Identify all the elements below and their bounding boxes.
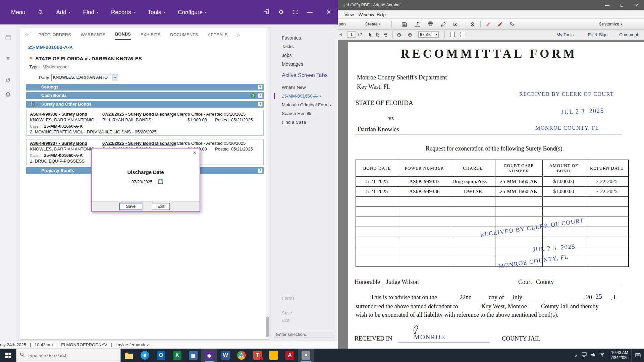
collapse-arrow-icon[interactable]: ▼ bbox=[32, 102, 36, 106]
app-icon-badged[interactable]: T bbox=[250, 349, 266, 362]
screen-tab-whats-new[interactable]: What's New bbox=[282, 85, 306, 90]
monitor-icon[interactable] bbox=[582, 352, 587, 358]
screen-tab-case[interactable]: 25-MM-001660-A-K bbox=[282, 94, 322, 99]
history-icon[interactable]: ↺ bbox=[0, 76, 16, 84]
tools-menu[interactable]: Tools▾ bbox=[148, 9, 165, 16]
scrollbar-thumb[interactable] bbox=[266, 316, 269, 337]
edge-icon[interactable]: e bbox=[137, 349, 153, 362]
word-icon[interactable]: W bbox=[217, 349, 233, 362]
email-icon[interactable]: ✉ bbox=[453, 21, 458, 28]
favorite-tab-icon[interactable]: ☆+ bbox=[24, 32, 29, 38]
screen-tab-search-results[interactable]: Search Results bbox=[282, 111, 313, 116]
tab-bonds[interactable]: BONDS bbox=[115, 29, 131, 40]
expand-plus-icon[interactable]: + bbox=[258, 85, 263, 89]
menu-view[interactable]: View bbox=[344, 12, 354, 17]
bond-record-1[interactable]: AS6K-999338 - Surety Bond 07/23/2025 - S… bbox=[26, 110, 264, 136]
calendar-icon[interactable] bbox=[158, 179, 163, 185]
menu-window[interactable]: Window bbox=[359, 12, 374, 17]
bond-discharge-link[interactable]: 07/23/2025 - Surety Bond Discharge bbox=[102, 112, 176, 117]
add-menu[interactable]: Add▾ bbox=[56, 9, 70, 16]
tab-warrants[interactable]: WARRANTS bbox=[80, 30, 106, 40]
expand-plus-icon[interactable]: + bbox=[258, 102, 263, 107]
case-app-icon[interactable]: ◈ bbox=[201, 349, 217, 362]
highlighter-icon[interactable] bbox=[485, 21, 491, 27]
section-cash-bonds[interactable]: Cash Bonds $ + bbox=[26, 92, 264, 99]
configure-menu[interactable]: Configure▾ bbox=[178, 9, 207, 16]
gear-icon[interactable]: ⚙ bbox=[279, 9, 284, 15]
pen-icon[interactable] bbox=[497, 21, 503, 27]
menu-edit-truncated[interactable]: t bbox=[340, 12, 342, 17]
screen-tab-maintain-criminal-forms[interactable]: Maintain Criminal Forms bbox=[282, 102, 331, 107]
gear-icon[interactable]: ⚙ bbox=[470, 21, 475, 28]
exit-button[interactable]: Exit bbox=[152, 203, 170, 210]
tab-prot-orders[interactable]: PROT. ORDERS bbox=[38, 30, 71, 40]
close-icon[interactable]: ✕ bbox=[629, 0, 644, 10]
section-surety-bonds[interactable]: ▼ Surety and Other Bonds + bbox=[26, 101, 264, 108]
close-icon[interactable]: ✕ bbox=[193, 150, 197, 156]
notifications-bell-icon[interactable] bbox=[0, 92, 16, 99]
fill-sign-icon[interactable] bbox=[509, 21, 515, 27]
fit-width-icon[interactable] bbox=[461, 32, 465, 37]
volume-icon[interactable] bbox=[591, 352, 596, 358]
notes-icon[interactable]: ▤ bbox=[0, 33, 16, 41]
fit-page-icon[interactable] bbox=[450, 32, 455, 37]
link-jobs[interactable]: Jobs bbox=[282, 53, 292, 58]
sticky-notes-icon[interactable] bbox=[266, 349, 282, 362]
scrollbar[interactable] bbox=[266, 27, 269, 339]
open-button[interactable]: pen bbox=[338, 21, 346, 26]
expand-plus-icon[interactable]: + bbox=[258, 168, 263, 173]
expand-plus-icon[interactable]: + bbox=[258, 93, 263, 98]
zoom-in-icon[interactable]: ⊕ bbox=[408, 32, 412, 38]
save-icon[interactable] bbox=[401, 21, 407, 27]
network-icon[interactable] bbox=[600, 352, 605, 358]
taskbar-search-input[interactable] bbox=[28, 353, 111, 358]
reports-menu[interactable]: Reports▾ bbox=[111, 9, 135, 16]
customize-button[interactable]: Customize▾ bbox=[599, 21, 622, 26]
excel-icon[interactable]: X bbox=[169, 349, 185, 362]
case-number-link[interactable]: 25-MM-001660-A-K bbox=[28, 44, 73, 50]
select-tool-icon[interactable] bbox=[368, 32, 373, 37]
document-app-icon[interactable]: ≡ bbox=[298, 349, 314, 362]
share-icon[interactable] bbox=[415, 21, 421, 27]
action-center-icon[interactable] bbox=[631, 349, 644, 362]
minimize-icon[interactable]: — bbox=[600, 0, 614, 10]
tab-documents[interactable]: DOCUMENTS bbox=[170, 30, 198, 40]
fullscreen-icon[interactable] bbox=[293, 9, 298, 15]
find-menu[interactable]: Find▾ bbox=[83, 9, 98, 16]
outlook-icon[interactable]: O bbox=[153, 349, 169, 362]
chrome-icon[interactable] bbox=[233, 349, 250, 362]
create-button[interactable]: Create▾ bbox=[365, 21, 381, 26]
tray-expand-icon[interactable]: ∧ bbox=[575, 353, 578, 358]
discharge-date-input[interactable] bbox=[130, 179, 156, 185]
sign-icon[interactable] bbox=[440, 21, 446, 27]
favorites-heart-icon[interactable]: ♥ bbox=[0, 55, 16, 62]
tab-exhibits[interactable]: EXHIBITS bbox=[140, 30, 161, 40]
section-settings[interactable]: Settings + bbox=[26, 84, 264, 90]
maximize-icon[interactable]: □ bbox=[614, 0, 629, 10]
party-select[interactable]: KNOWLES, DARRIAN ANTO ▼ bbox=[51, 74, 118, 81]
hand-tool-icon[interactable] bbox=[383, 32, 388, 37]
acrobat-icon[interactable]: A bbox=[282, 349, 298, 362]
taskbar-clock[interactable]: 10:43 AM 7/24/2025 bbox=[608, 350, 631, 360]
screen-tab-find-a-case[interactable]: Find a Case bbox=[282, 120, 306, 125]
bond-id-link[interactable]: AS6K-999338 - Surety Bond bbox=[30, 112, 87, 117]
zoom-out-icon[interactable]: ⊖ bbox=[397, 32, 401, 38]
close-icon[interactable]: ✕ bbox=[326, 9, 331, 15]
menu-help[interactable]: Help bbox=[377, 12, 386, 17]
link-tasks[interactable]: Tasks bbox=[282, 44, 294, 49]
print-icon[interactable] bbox=[428, 21, 433, 26]
selection-input[interactable] bbox=[274, 331, 334, 338]
comment-button[interactable]: Comment bbox=[619, 32, 638, 37]
search-icon[interactable] bbox=[38, 10, 44, 15]
link-favorites[interactable]: Favorites bbox=[282, 35, 301, 41]
tab-appeals[interactable]: APPEALS bbox=[208, 30, 228, 40]
start-button[interactable] bbox=[0, 349, 16, 362]
my-tools-button[interactable]: My Tools bbox=[556, 32, 574, 37]
minimize-icon[interactable]: — bbox=[307, 9, 313, 15]
snapshot-tool-icon[interactable] bbox=[375, 32, 380, 37]
bond-party-link[interactable]: KNOWLES, DARRIAN ANTONIO bbox=[30, 146, 95, 152]
fill-sign-button[interactable]: Fill & Sign bbox=[588, 32, 608, 37]
more-tabs-icon[interactable]: ▷ bbox=[237, 33, 240, 37]
calculator-icon[interactable]: ▦ bbox=[185, 349, 201, 362]
menu-button[interactable]: Menu bbox=[11, 9, 25, 16]
